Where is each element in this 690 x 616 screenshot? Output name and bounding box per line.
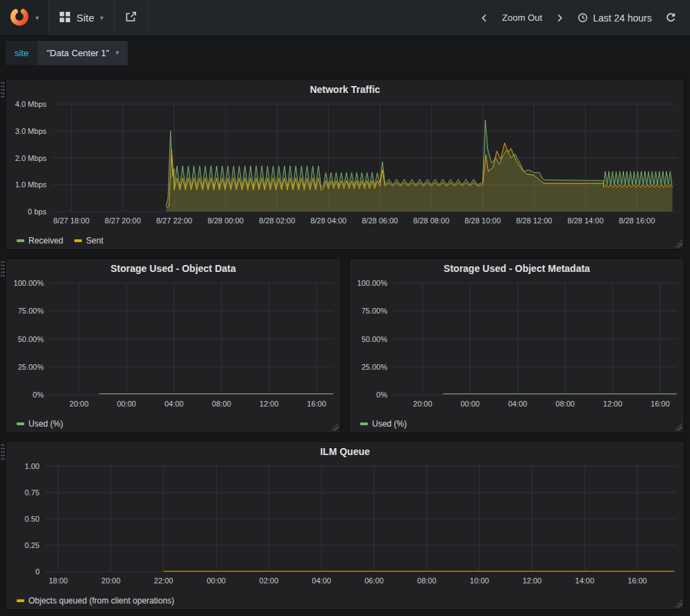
share-button[interactable] [115,0,148,35]
panel-title[interactable]: Network Traffic [6,80,684,99]
x-axis-tick-label: 20:00 [69,400,89,408]
dashboards-grid-icon [59,11,71,25]
grafana-menu-button[interactable]: ▾ [0,0,49,35]
x-axis-tick-label: 8/28 12:00 [516,216,552,225]
y-axis-tick-label: 100.00% [357,279,388,287]
y-axis-tick-label: 0.25 [25,541,40,549]
x-axis-tick-label: 06:00 [364,576,384,585]
legend-swatch [74,239,82,242]
panel-title[interactable]: ILM Queue [6,442,684,461]
y-axis-tick-label: 0% [33,391,44,399]
x-axis-tick-label: 08:00 [212,400,231,408]
chevron-right-icon [556,13,564,23]
x-axis-tick-label: 02:00 [260,576,279,585]
x-axis-tick-label: 18:00 [49,576,68,585]
navbar: ▾ Site ▾ Zoom Out [0,0,690,36]
variable-site: site "Data Center 1" ▾ [6,41,128,65]
series-area [167,143,673,212]
storage-object-metadata-chart[interactable]: 0%25.00%50.00%75.00%100.00%20:0000:0004:… [350,277,684,416]
legend-label: Received [28,236,63,246]
x-axis-tick-label: 12:00 [603,400,623,408]
dashboard-row: ILM Queue 00.250.500.751.0018:0020:0022:… [6,441,684,610]
legend-swatch [360,422,368,425]
time-forward-button[interactable] [549,9,571,27]
panel-resize-handle[interactable] [331,423,339,431]
chart-legend: Used (%) [6,416,340,432]
row-drag-handle[interactable] [1,443,5,461]
panel-resize-handle[interactable] [675,240,682,248]
x-axis-tick-label: 10:00 [470,576,489,585]
x-axis-tick-label: 8/27 22:00 [156,216,192,225]
x-axis-tick-label: 00:00 [117,400,136,408]
network-traffic-chart[interactable]: 0 bps1.0 Mbps2.0 Mbps3.0 Mbps4.0 Mbps8/2… [6,99,684,232]
dashboard-grid: Network Traffic 0 bps1.0 Mbps2.0 Mbps3.0… [0,69,690,616]
submenu: site "Data Center 1" ▾ [0,36,690,69]
y-axis-tick-label: 0 bps [28,207,47,216]
y-axis-tick-label: 100.00% [14,279,44,287]
legend-swatch [17,239,24,242]
y-axis-tick-label: 1.0 Mbps [15,180,47,189]
panel-title[interactable]: Storage Used - Object Data [6,259,340,277]
x-axis-tick-label: 22:00 [154,576,174,585]
time-range-button[interactable]: Last 24 hours [571,8,659,28]
chevron-left-icon [480,13,488,23]
y-axis-tick-label: 3.0 Mbps [15,127,47,135]
x-axis-tick-label: 12:00 [260,400,279,408]
time-range-label: Last 24 hours [593,12,652,24]
dashboard-picker[interactable]: Site ▾ [49,0,115,35]
panel-resize-handle[interactable] [675,423,682,431]
zoom-out-button[interactable]: Zoom Out [495,8,549,27]
y-axis-tick-label: 25.00% [18,363,44,371]
dashboard-row: Network Traffic 0 bps1.0 Mbps2.0 Mbps3.0… [6,79,684,250]
y-axis-tick-label: 2.0 Mbps [15,154,47,162]
panel-storage-object-metadata: Storage Used - Object Metadata 0%25.00%5… [349,258,684,433]
y-axis-tick-label: 0.75 [25,488,40,497]
panel-ilm-queue: ILM Queue 00.250.500.751.0018:0020:0022:… [6,441,684,610]
legend-label: Used (%) [372,419,407,429]
x-axis-tick-label: 04:00 [508,400,528,408]
legend-swatch [17,599,24,602]
y-axis-tick-label: 50.00% [18,335,44,343]
x-axis-tick-label: 00:00 [460,400,480,408]
chevron-down-icon: ▾ [115,49,119,56]
time-back-button[interactable] [473,9,495,27]
x-axis-tick-label: 8/28 16:00 [619,216,655,225]
refresh-button[interactable] [659,8,683,27]
x-axis-tick-label: 14:00 [575,576,595,585]
ilm-queue-chart[interactable]: 00.250.500.751.0018:0020:0022:0000:0002:… [6,461,684,592]
variable-value-dropdown[interactable]: "Data Center 1" ▾ [37,41,128,65]
x-axis-tick-label: 8/28 04:00 [310,216,346,225]
x-axis-tick-label: 04:00 [165,400,184,408]
x-axis-tick-label: 8/28 08:00 [413,216,449,225]
y-axis-tick-label: 0% [376,391,387,399]
legend-item[interactable]: Received [17,236,63,246]
x-axis-tick-label: 8/27 20:00 [105,216,141,225]
dashboard-row: Storage Used - Object Data 0%25.00%50.00… [6,258,684,433]
x-axis-tick-label: 8/28 02:00 [259,216,295,225]
x-axis-tick-label: 20:00 [413,400,432,408]
x-axis-tick-label: 04:00 [312,576,331,585]
dashboard-title: Site [76,12,94,24]
chart-canvas: 00.250.500.751.0018:0020:0022:0000:0002:… [6,461,684,592]
row-drag-handle[interactable] [1,81,5,99]
y-axis-tick-label: 75.00% [362,307,388,315]
row-drag-handle[interactable] [1,260,5,278]
x-axis-tick-label: 08:00 [555,400,575,408]
chart-legend: Objects queued (from client operations) [6,592,684,609]
storage-object-data-chart[interactable]: 0%25.00%50.00%75.00%100.00%20:0000:0004:… [6,277,340,416]
legend-swatch [17,422,24,425]
chart-legend: Used (%) [350,416,684,432]
share-icon [125,11,137,24]
x-axis-tick-label: 8/28 10:00 [464,216,500,225]
x-axis-tick-label: 8/27 18:00 [53,216,90,225]
x-axis-tick-label: 16:00 [307,400,326,408]
legend-item[interactable]: Sent [74,236,103,246]
panel-title[interactable]: Storage Used - Object Metadata [350,259,684,277]
grafana-logo-icon [9,6,30,29]
chart-canvas: 0%25.00%50.00%75.00%100.00%20:0000:0004:… [6,277,340,416]
panel-resize-handle[interactable] [675,600,682,608]
legend-item[interactable]: Used (%) [360,419,407,429]
legend-item[interactable]: Used (%) [17,419,63,429]
legend-item[interactable]: Objects queued (from client operations) [17,596,174,606]
y-axis-tick-label: 25.00% [362,363,388,371]
